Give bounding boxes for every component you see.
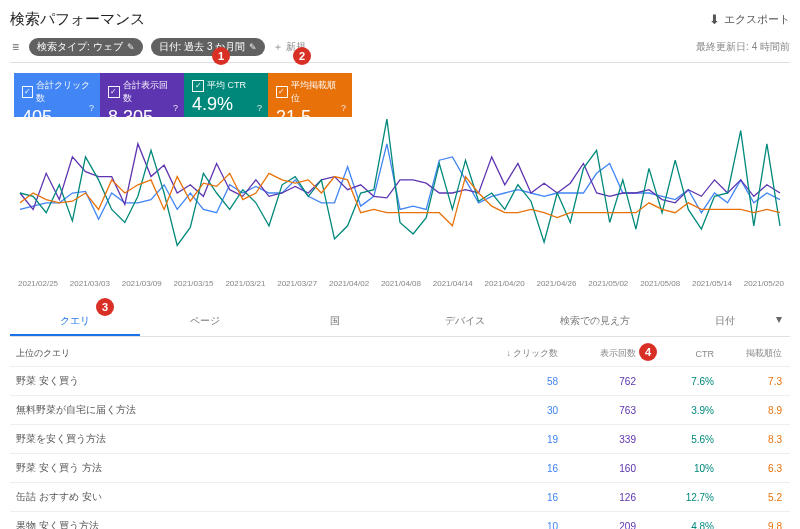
chip-date-label: 日付: 過去 3 か月間 [159,40,246,54]
cell-clicks: 19 [480,434,558,445]
chart-series-line [20,119,780,245]
table-row[interactable]: 野菜 安く買う 方法1616010%6.3 [10,454,790,483]
table-row[interactable]: 野菜 安く買う587627.6%7.3 [10,367,790,396]
cell-position: 5.2 [714,492,788,503]
table-row[interactable]: 野菜を安く買う方法193395.6%8.3 [10,425,790,454]
page-title: 検索パフォーマンス [10,10,145,29]
cell-clicks: 30 [480,405,558,416]
table-header: 上位のクエリ ↓クリック数 表示回数 CTR 掲載順位 [10,337,790,367]
filter-funnel-icon[interactable]: ≡ [10,40,21,54]
chart-series-line [20,144,780,219]
pencil-icon: ✎ [127,42,135,52]
download-icon: ⬇ [709,12,720,27]
cell-ctr: 5.6% [636,434,714,445]
chip-search-type-label: 検索タイプ: ウェブ [37,40,123,54]
cell-query: 野菜を安く買う方法 [16,432,480,446]
plus-icon: ＋ [273,40,283,54]
cell-ctr: 3.9% [636,405,714,416]
card-clicks-label: 合計クリック数 [36,79,92,105]
cell-query: 無料野菜が自宅に届く方法 [16,403,480,417]
cell-position: 9.8 [714,521,788,530]
dimension-tabs: クエリ ページ 国 デバイス 検索での見え方 日付 ▾ [10,306,790,337]
sort-desc-icon: ↓ [507,348,512,358]
annotation-badge-4: 4 [639,343,657,361]
cell-clicks: 58 [480,376,558,387]
header-bar: 検索パフォーマンス ⬇ エクスポート [10,6,790,32]
cell-impressions: 762 [558,376,636,387]
filter-bar: ≡ 検索タイプ: ウェブ ✎ 日付: 過去 3 か月間 ✎ ＋ 新規 最終更新日… [10,34,790,63]
cell-query: 野菜 安く買う [16,374,480,388]
tab-appearance[interactable]: 検索での見え方 [530,306,660,336]
col-header-query: 上位のクエリ [16,347,480,360]
export-label: エクスポート [724,12,790,27]
cell-position: 8.9 [714,405,788,416]
pencil-icon: ✎ [249,42,257,52]
col-header-clicks-label: クリック数 [513,348,558,358]
cell-clicks: 10 [480,521,558,530]
last-update-text: 最終更新日: 4 時間前 [696,40,790,54]
table-row[interactable]: 缶詰 おすすめ 安い1612612.7%5.2 [10,483,790,512]
cell-impressions: 209 [558,521,636,530]
cell-query: 缶詰 おすすめ 安い [16,490,480,504]
card-pos-label: 平均掲載順位 [291,79,344,105]
chip-date-range[interactable]: 日付: 過去 3 か月間 ✎ [151,38,266,56]
table-row[interactable]: 無料野菜が自宅に届く方法307633.9%8.9 [10,396,790,425]
cell-clicks: 16 [480,463,558,474]
card-ctr-label: 平均 CTR [207,79,246,92]
cell-query: 野菜 安く買う 方法 [16,461,480,475]
checkbox-icon: ✓ [192,80,204,92]
col-header-pos[interactable]: 掲載順位 [714,347,788,360]
tab-page[interactable]: ページ [140,306,270,336]
checkbox-icon: ✓ [276,86,288,98]
col-header-clicks[interactable]: ↓クリック数 [480,347,558,360]
cell-ctr: 7.6% [636,376,714,387]
cell-impressions: 126 [558,492,636,503]
annotation-badge-2: 2 [293,47,311,65]
cell-impressions: 339 [558,434,636,445]
cell-position: 6.3 [714,463,788,474]
cell-ctr: 4.8% [636,521,714,530]
col-header-impressions[interactable]: 表示回数 [558,347,636,360]
tab-date[interactable]: 日付 [660,306,790,336]
cell-clicks: 16 [480,492,558,503]
cell-position: 8.3 [714,434,788,445]
cell-ctr: 10% [636,463,714,474]
cell-position: 7.3 [714,376,788,387]
annotation-badge-1: 1 [212,47,230,65]
table-filter-icon[interactable]: ▾ [776,312,782,326]
table-body: 野菜 安く買う587627.6%7.3無料野菜が自宅に届く方法307633.9%… [10,367,790,529]
card-imps-label: 合計表示回数 [123,79,176,105]
annotation-badge-3: 3 [96,298,114,316]
tab-query[interactable]: クエリ [10,306,140,336]
checkbox-icon: ✓ [22,86,33,98]
cell-ctr: 12.7% [636,492,714,503]
performance-chart [10,117,790,283]
tab-country[interactable]: 国 [270,306,400,336]
checkbox-icon: ✓ [108,86,120,98]
chip-search-type[interactable]: 検索タイプ: ウェブ ✎ [29,38,143,56]
cell-query: 果物 安く買う方法 [16,519,480,529]
cell-impressions: 160 [558,463,636,474]
tab-device[interactable]: デバイス [400,306,530,336]
table-row[interactable]: 果物 安く買う方法102094.8%9.8 [10,512,790,529]
cell-impressions: 763 [558,405,636,416]
export-button[interactable]: ⬇ エクスポート [709,12,790,27]
